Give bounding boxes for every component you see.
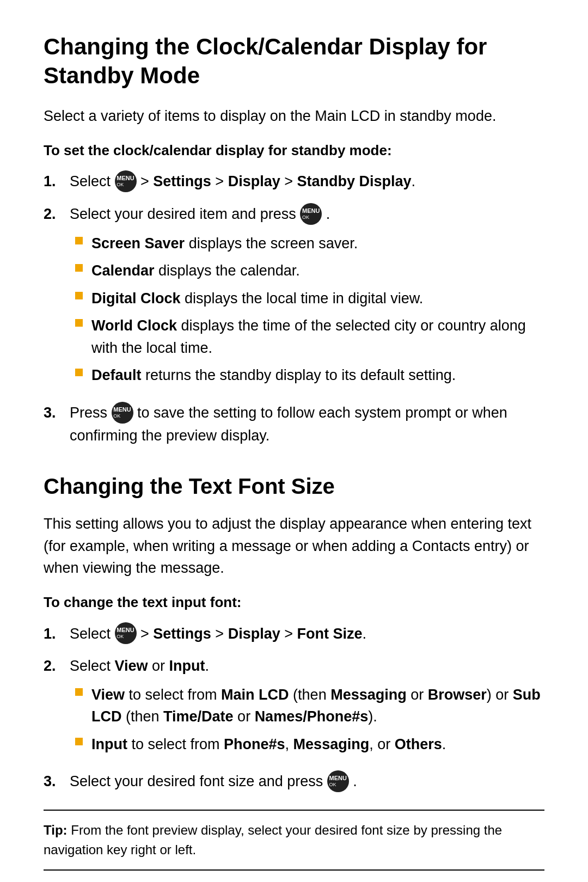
menu-ok-icon-1: MENUOK <box>115 170 137 192</box>
s2-step3-text-before: Select your desired font size and press <box>70 773 327 789</box>
tip-label: Tip: <box>44 823 68 837</box>
tip-text: From the font preview display, select yo… <box>44 823 502 857</box>
menu-ok-icon-4: MENUOK <box>115 622 137 644</box>
section2-intro: This setting allows you to adjust the di… <box>44 513 544 579</box>
section-clock-calendar: Changing the Clock/Calendar Display for … <box>44 33 544 446</box>
s2-step1-content: Select MENUOK > Settings > Display > Fon… <box>70 623 544 646</box>
menu-ok-icon-3: MENUOK <box>112 402 133 424</box>
s2-step2-content: Select View or Input. View to select fro… <box>70 655 544 761</box>
bullet-input: Input to select from Phone#s, Messaging,… <box>70 733 544 756</box>
step2-text-after: . <box>326 206 330 222</box>
section1-step3: 3. Press MENUOK to save the setting to f… <box>44 402 544 446</box>
step1-text-before: Select <box>70 173 115 189</box>
step2-text-before: Select your desired item and press <box>70 206 300 222</box>
bullet-input-text: Input to select from Phone#s, Messaging,… <box>91 733 446 756</box>
section2-step1: 1. Select MENUOK > Settings > Display > … <box>44 623 544 646</box>
bullet-world-clock: World Clock displays the time of the sel… <box>70 315 544 359</box>
s2-step3-number: 3. <box>44 770 70 793</box>
step1-content: Select MENUOK > Settings > Display > Sta… <box>70 170 544 193</box>
bullet-digital-clock-text: Digital Clock displays the local time in… <box>91 287 423 310</box>
section2-step3: 3. Select your desired font size and pre… <box>44 770 544 793</box>
bullet-calendar-text: Calendar displays the calendar. <box>91 260 300 282</box>
s2-step1-text-after: > Settings > Display > Font Size. <box>140 626 366 642</box>
bullet-icon-5 <box>75 369 83 376</box>
s2-step1-text-before: Select <box>70 626 115 642</box>
bullet-view-text: View to select from Main LCD (then Messa… <box>91 684 544 728</box>
section2-bullets: View to select from Main LCD (then Messa… <box>70 684 544 756</box>
section1-bullets: Screen Saver displays the screen saver. … <box>70 232 544 387</box>
s2-step2-text: Select View or Input. <box>70 658 209 674</box>
bullet-icon-7 <box>75 738 83 745</box>
bullet-icon-1 <box>75 237 83 244</box>
section1-steps: 1. Select MENUOK > Settings > Display > … <box>44 170 544 446</box>
section2-subheading: To change the text input font: <box>44 592 544 613</box>
bullet-digital-clock: Digital Clock displays the local time in… <box>70 287 544 310</box>
step2-number: 2. <box>44 203 70 225</box>
step1-number: 1. <box>44 170 70 193</box>
s2-step2-number: 2. <box>44 655 70 677</box>
bullet-default-text: Default returns the standby display to i… <box>91 364 456 387</box>
bullet-icon-6 <box>75 688 83 696</box>
step3-text-after: to save the setting to follow each syste… <box>70 405 507 444</box>
section1-intro: Select a variety of items to display on … <box>44 105 544 127</box>
bullet-icon-3 <box>75 292 83 299</box>
section2-step2: 2. Select View or Input. View to select … <box>44 655 544 761</box>
section-text-font: Changing the Text Font Size This setting… <box>44 473 544 793</box>
s2-step1-number: 1. <box>44 623 70 645</box>
section1-subheading: To set the clock/calendar display for st… <box>44 140 544 161</box>
step3-text-before: Press <box>70 405 112 421</box>
section1-step2: 2. Select your desired item and press ME… <box>44 203 544 392</box>
bullet-default: Default returns the standby display to i… <box>70 364 544 387</box>
menu-ok-icon-5: MENUOK <box>327 770 349 792</box>
bullet-icon-2 <box>75 264 83 272</box>
section1-step1: 1. Select MENUOK > Settings > Display > … <box>44 170 544 193</box>
bullet-screen-saver-text: Screen Saver displays the screen saver. <box>91 232 358 255</box>
bullet-screen-saver: Screen Saver displays the screen saver. <box>70 232 544 255</box>
step3-content: Press MENUOK to save the setting to foll… <box>70 402 544 446</box>
section2-title: Changing the Text Font Size <box>44 473 544 500</box>
menu-ok-icon-2: MENUOK <box>300 203 322 225</box>
section2-steps: 1. Select MENUOK > Settings > Display > … <box>44 623 544 794</box>
step1-text-after: > Settings > Display > Standby Display. <box>140 173 415 189</box>
step3-number: 3. <box>44 402 70 424</box>
tip-box: Tip: From the font preview display, sele… <box>44 810 544 871</box>
bullet-view: View to select from Main LCD (then Messa… <box>70 684 544 728</box>
bullet-calendar: Calendar displays the calendar. <box>70 260 544 282</box>
bullet-world-clock-text: World Clock displays the time of the sel… <box>91 315 544 359</box>
section1-title: Changing the Clock/Calendar Display for … <box>44 33 544 90</box>
bullet-icon-4 <box>75 319 83 327</box>
s2-step3-content: Select your desired font size and press … <box>70 770 544 793</box>
s2-step3-text-after: . <box>353 773 357 789</box>
step2-content: Select your desired item and press MENUO… <box>70 203 544 392</box>
